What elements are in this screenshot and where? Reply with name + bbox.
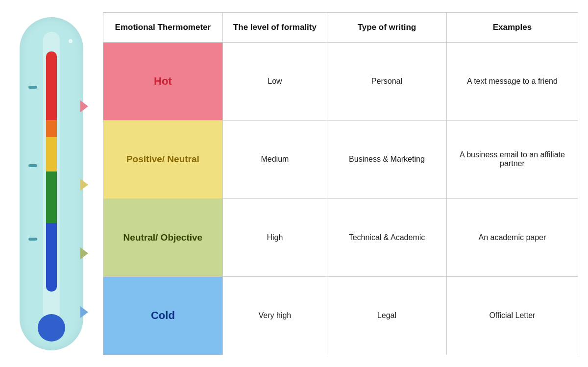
cell-example: An academic paper — [446, 198, 578, 277]
arrow-hot — [80, 100, 88, 112]
header-type-of-writing: Type of writing — [327, 12, 447, 42]
cell-type: Business & Marketing — [327, 121, 447, 199]
band-yellow — [46, 137, 57, 171]
cell-level: Cold — [103, 277, 223, 355]
table-row: HotLowPersonalA text message to a friend — [103, 42, 578, 121]
band-red — [46, 51, 57, 120]
arrow-positive — [80, 179, 88, 191]
arrow-neutral — [80, 247, 88, 259]
cell-type: Personal — [327, 42, 447, 121]
header-emotional-thermometer: Emotional Thermometer — [103, 12, 223, 42]
cell-level: Neutral/ Objective — [103, 198, 223, 277]
thermometer-bands — [46, 51, 57, 292]
cell-example: A business email to an affiliate partner — [446, 121, 578, 199]
table-header-row: Emotional Thermometer The level of forma… — [103, 12, 578, 42]
band-orange — [46, 120, 57, 137]
band-green — [46, 171, 57, 223]
header-formality: The level of formality — [222, 12, 327, 42]
thermometer-bulb — [38, 314, 65, 342]
thermometer — [20, 17, 83, 350]
cell-type: Technical & Academic — [327, 198, 447, 277]
thermometer-highlight — [69, 39, 73, 43]
header-examples: Examples — [446, 12, 578, 42]
cell-formality: High — [222, 198, 327, 277]
main-container: Emotional Thermometer The level of forma… — [10, 7, 578, 360]
table-wrap: Emotional Thermometer The level of forma… — [103, 12, 578, 355]
cell-level: Hot — [103, 42, 223, 121]
tick-mark-3 — [28, 238, 37, 241]
emotion-table: Emotional Thermometer The level of forma… — [103, 12, 578, 355]
cell-example: Official Letter — [446, 277, 578, 355]
tick-mark-1 — [28, 86, 37, 89]
cell-level: Positive/ Neutral — [103, 121, 223, 199]
table-row: Positive/ NeutralMediumBusiness & Market… — [103, 121, 578, 199]
table-row: ColdVery highLegalOfficial Letter — [103, 277, 578, 355]
cell-formality: Low — [222, 42, 327, 121]
cell-example: A text message to a friend — [446, 42, 578, 121]
cell-type: Legal — [327, 277, 447, 355]
cell-formality: Very high — [222, 277, 327, 355]
band-blue — [46, 223, 57, 292]
thermometer-wrap — [10, 12, 93, 355]
table-row: Neutral/ ObjectiveHighTechnical & Academ… — [103, 198, 578, 277]
arrow-cold — [80, 306, 88, 318]
cell-formality: Medium — [222, 121, 327, 199]
tick-mark-2 — [28, 164, 37, 167]
